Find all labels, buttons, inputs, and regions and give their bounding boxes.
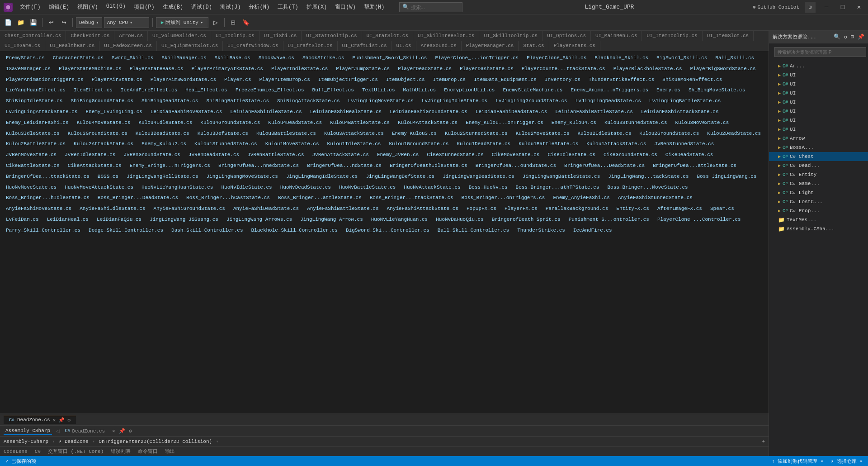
file-sword-skill[interactable]: Sword_Skill.cs <box>108 53 157 64</box>
file-cike-battle[interactable]: CikeBattleState.cs <box>2 161 64 171</box>
tab-craftslot[interactable]: UI_CraftSlot.cs <box>283 41 338 51</box>
file-huonv-moveattack[interactable]: HuoNvMoveAttackState.cs <box>61 182 137 193</box>
file-enemy-lvjingling[interactable]: Enemy_LvJingLing.cs <box>81 107 146 118</box>
file-jinglingwang-arrows[interactable]: JingLingWang_Arrows.cs <box>222 214 296 225</box>
file-inventory[interactable]: Inventory.cs <box>541 75 585 86</box>
file-kulou2-attack[interactable]: Kulou2AttackState.cs <box>70 139 137 150</box>
tab-craftwindow[interactable]: UI_CraftWindow.cs <box>223 41 283 51</box>
file-shibing-battle[interactable]: ShiBingBattleState.cs <box>202 96 273 107</box>
new-file-btn[interactable]: 📄 <box>3 17 14 28</box>
solution-search-input[interactable] <box>774 47 866 57</box>
status-command[interactable]: 命令窗口 <box>138 448 158 455</box>
tab-checkpoint[interactable]: CheckPoint.cs <box>66 31 114 41</box>
nav-deadzone[interactable]: ⚡ DeadZone <box>59 438 89 444</box>
tab-fadescreen[interactable]: UI_FadeScreen.cs <box>99 41 157 51</box>
file-playerdead[interactable]: PlayerDeadState.cs <box>394 64 456 75</box>
file-kulou3-attack[interactable]: Kulou3AttackState.cs <box>320 128 388 139</box>
status-codelens[interactable]: CodeLens <box>4 449 28 454</box>
file-lvjingling-idle[interactable]: LvJingLingIdleState.cs <box>418 96 491 107</box>
tree-item-lostc[interactable]: ▶ C# C# LostC... <box>769 197 868 206</box>
file-characterstats[interactable]: CharacterStats.cs <box>49 53 108 64</box>
file-kulou1-ground[interactable]: Kulou1GroundState.cs <box>385 139 453 150</box>
file-leidianfashi-battle[interactable]: LeiDianFaShiBattleState.cs <box>551 107 637 118</box>
file-huonv-idle[interactable]: HuoNvIdleState.cs <box>217 182 276 193</box>
file-skillbase[interactable]: SkillBase.cs <box>211 53 255 64</box>
file-boss-bringer-dead[interactable]: Boss_Bringer...DeadState.cs <box>94 193 182 204</box>
file-bringer-stunned[interactable]: BringerOfDea...nnedState.cs <box>214 161 303 171</box>
status-interactive[interactable]: 交互窗口 (.NET Core) <box>48 448 104 455</box>
file-punishment-controller[interactable]: Punishment_S...ontroller.cs <box>565 214 653 225</box>
file-kulou2-move[interactable]: Kulou2MoveState.cs <box>512 128 574 139</box>
file-bringerofdeath-sprit[interactable]: BringerofDeath_Sprit.cs <box>488 214 565 225</box>
file-bringer-battle[interactable]: BringerOfDea...attleState.cs <box>649 161 741 171</box>
save-all-btn[interactable]: ⊞ <box>228 17 239 28</box>
tab-craftlist[interactable]: UI_CraftList.cs <box>338 41 392 51</box>
tab-ingame[interactable]: UI_InGame.cs <box>0 41 45 51</box>
file-enemy-kulou-trigger[interactable]: Enemy_Kulou...onTrigger.cs <box>462 118 547 128</box>
tree-item-assembly[interactable]: 📁 Assembly-CSha... <box>769 224 868 233</box>
file-thunderstrike2[interactable]: ThunderStrike.cs <box>513 225 569 236</box>
file-playerfx[interactable]: PlayerFX.cs <box>500 204 542 214</box>
debug-mode-dropdown[interactable]: Debug ▾ <box>76 17 102 28</box>
file-jvren-battle[interactable]: JvRenBattleState.cs <box>243 150 308 161</box>
active-file-tab[interactable]: C# DeadZone.cs ✕ 📌 ⚙ <box>4 416 76 424</box>
settings-tab-icon[interactable]: ⚙ <box>129 428 132 434</box>
tab-assembly-csharp[interactable]: Assembly-CSharp <box>4 427 52 435</box>
file-enemy-kulou4[interactable]: Enemy_Kulou4.cs <box>547 118 600 128</box>
tree-item-game[interactable]: ▶ C# C# Game... <box>769 179 868 188</box>
file-ball-controller[interactable]: Ball_Skill_Controller.cs <box>434 225 513 236</box>
tab-playermanager[interactable]: PlayerManager.cs <box>462 41 519 51</box>
file-kulou1-move[interactable]: Kulou1MoveState.cs <box>261 139 323 150</box>
file-playerjump[interactable]: PlayerJumpState.cs <box>332 64 394 75</box>
file-thunderstrike-effect[interactable]: ThunderStrikeEffect.cs <box>585 75 658 86</box>
file-isavemanager[interactable]: ISaveManager.cs <box>2 64 55 75</box>
file-bringer-attack[interactable]: BringerOfDea...ttackState.cs <box>2 171 94 182</box>
file-itemobjecttrigger[interactable]: ItemObjectTrigger.cs <box>314 75 382 86</box>
pin-tab-icon[interactable]: 📌 <box>119 428 125 434</box>
tab-tooltip[interactable]: UI_Tooltip.cs <box>211 31 259 41</box>
file-dash-controller[interactable]: Dash_Skill_Controller.cs <box>167 225 247 236</box>
file-playerstatemachine[interactable]: PlayerStateMachine.cs <box>55 64 126 75</box>
file-afterimage[interactable]: AfterImageFX.cs <box>653 204 706 214</box>
file-healeffect[interactable]: Heal_Effect.cs <box>181 85 231 96</box>
file-kulou2-stunned[interactable]: Kulou2StunnedState.cs <box>441 128 512 139</box>
file-playerblackhole[interactable]: PlayerBlackholeState.cs <box>609 64 686 75</box>
file-shockwave[interactable]: ShockWave.cs <box>255 53 298 64</box>
file-kulou2-idle[interactable]: Kulou2IdleState.cs <box>573 128 635 139</box>
file-enemystatemachine[interactable]: EnemyStateMachine.cs <box>499 85 566 96</box>
file-kulou1-attack[interactable]: Kulou1AttackState.cs <box>582 139 650 150</box>
file-kulou4-attack[interactable]: Kulou4AttackState.cs <box>394 118 462 128</box>
file-shixuemoren-effect[interactable]: ShiXueMoRenEffect.cs <box>658 75 726 86</box>
file-shibing-move[interactable]: ShiBingMoveState.cs <box>684 85 749 96</box>
file-enemy-anyiefashi[interactable]: Enemy_AnyieFaShi.cs <box>549 193 613 204</box>
file-playeraimsword[interactable]: PlayerAimSwordState.cs <box>146 75 220 86</box>
file-anyiefashi-attack[interactable]: AnyieFaShiAttackState.cs <box>383 204 462 214</box>
status-add-source[interactable]: ↑ 添加到源代码管理 ▾ <box>772 458 823 465</box>
file-boss-jinglingwang[interactable]: Boss_JingLingWang.cs <box>693 171 761 182</box>
file-jinglingwang-jiguang[interactable]: JingLingWang_JiGuang.cs <box>146 214 222 225</box>
file-kulou1-stunned[interactable]: Kulou1StunnedState.cs <box>190 139 261 150</box>
close-btn[interactable]: ✕ <box>854 2 864 13</box>
file-playerprimaryatk[interactable]: PlayerPrimaryAtkState.cs <box>187 64 267 75</box>
file-boss-bringer-idle[interactable]: Boss_Bringer...hIdleState.cs <box>2 193 94 204</box>
file-enemystats[interactable]: EnemyStats.cs <box>2 53 49 64</box>
tree-item-light[interactable]: ▶ C# C# Light <box>769 188 868 197</box>
file-shibing-idle[interactable]: ShiBingIdleState.cs <box>2 96 66 107</box>
file-playeritemdrop[interactable]: PlayerItemDrop.cs <box>255 75 314 86</box>
file-buffeffect[interactable]: Buff_Effect.cs <box>308 85 358 96</box>
file-shibing-attack[interactable]: ShiBingAttackState.cs <box>273 96 344 107</box>
file-bringer-dead[interactable]: BringerOfDea...DeadState.cs <box>560 161 649 171</box>
file-blackhole-skill[interactable]: Blackhole_Skill.cs <box>590 53 652 64</box>
file-boss-bringer-tp[interactable]: Boss_Bringer...athTPState.cs <box>512 182 604 193</box>
tree-item-ui5[interactable]: ▶ C# UI <box>769 107 868 116</box>
file-huonv-attack[interactable]: HuoNvAttackState.cs <box>400 182 464 193</box>
file-leidianfaqiu[interactable]: LeiDianFaQiu.cs <box>93 214 146 225</box>
file-kulou2-ground[interactable]: Kulou2GroundState.cs <box>635 128 703 139</box>
file-jvren-move[interactable]: JvRenMoveState.cs <box>2 150 61 161</box>
file-enemy-jvren[interactable]: Enemy_JvRen.cs <box>373 150 423 161</box>
tab-healthbar[interactable]: UI_HealthBar.cs <box>45 41 99 51</box>
nav-method[interactable]: OnTriggerEnter2D(Collider2D collision) <box>99 439 212 444</box>
save-btn[interactable]: 💾 <box>28 17 39 28</box>
file-lvjingling-attack[interactable]: LvJingLingAttackState.cs <box>2 107 81 118</box>
close-file-icon[interactable]: ✕ <box>53 417 56 423</box>
